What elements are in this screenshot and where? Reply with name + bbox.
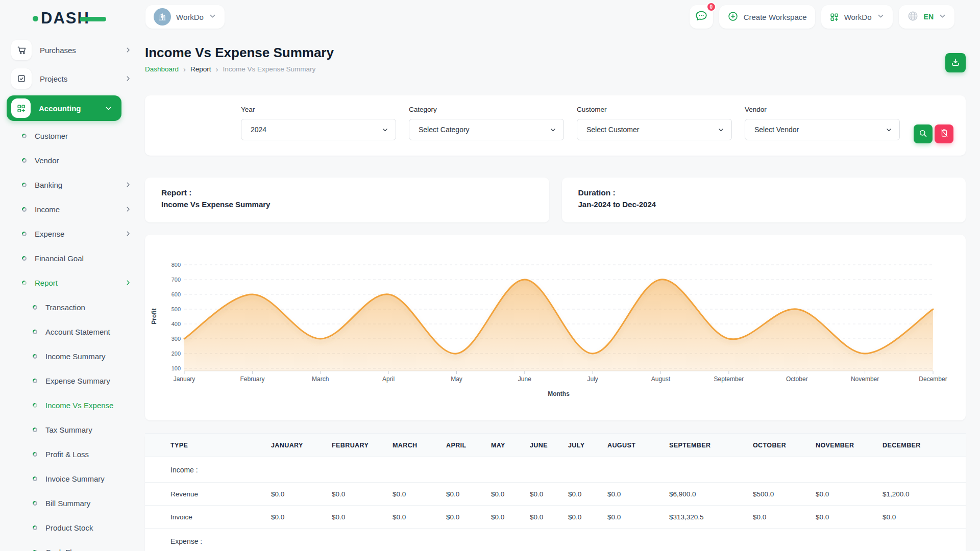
- filter-field-year: Year2024: [241, 106, 396, 140]
- download-button[interactable]: [945, 53, 966, 72]
- duration-card-value: Jan-2024 to Dec-2024: [578, 200, 950, 209]
- sidebar-item-banking[interactable]: Banking: [0, 172, 145, 197]
- search-button[interactable]: [914, 124, 933, 143]
- clipboard-slash-icon: [940, 129, 949, 139]
- svg-text:Profit: Profit: [151, 308, 158, 324]
- sidebar-item-cash-flow[interactable]: Cash Flow: [0, 540, 145, 551]
- svg-text:600: 600: [172, 291, 181, 297]
- sidebar-item-invoice-summary[interactable]: Invoice Summary: [0, 466, 145, 491]
- filter-field-customer: CustomerSelect Customer: [577, 106, 732, 140]
- globe-icon: [907, 10, 919, 23]
- section-label: Expense :: [145, 529, 966, 551]
- cell-value: $0.0: [332, 506, 393, 529]
- chevron-right-icon: [125, 279, 132, 286]
- breadcrumb-current: Income Vs Expense Summary: [223, 65, 316, 73]
- filter-field-category: CategorySelect Category: [409, 106, 564, 140]
- sidebar-item-projects[interactable]: Projects: [0, 67, 145, 90]
- column-header: MARCH: [393, 434, 446, 457]
- svg-text:June: June: [518, 375, 531, 383]
- bullet-icon: [32, 500, 38, 506]
- cell-value: $0.0: [753, 506, 816, 529]
- breadcrumb-separator: ›: [183, 65, 186, 73]
- cell-value: $0.0: [271, 506, 332, 529]
- sidebar: PurchasesProjectsAccountingCustomerVendo…: [0, 38, 145, 551]
- chevron-down-icon: [550, 127, 556, 133]
- workspace-name: WorkDo: [176, 13, 204, 21]
- grid-plus-icon: [829, 12, 839, 22]
- messages-button[interactable]: 0: [690, 5, 713, 29]
- report-card: Report : Income Vs Expense Summary: [145, 178, 549, 222]
- table-row: Invoice$0.0$0.0$0.0$0.0$0.0$0.0$0.0$0.0$…: [145, 506, 966, 529]
- sidebar-item-report[interactable]: Report: [0, 270, 145, 295]
- create-workspace-button[interactable]: Create Workspace: [719, 5, 815, 29]
- duration-card-title: Duration :: [578, 188, 950, 197]
- svg-text:400: 400: [172, 321, 181, 327]
- sidebar-item-bill-summary[interactable]: Bill Summary: [0, 491, 145, 515]
- row-label: Revenue: [145, 483, 271, 506]
- cell-value: $0.0: [393, 483, 446, 506]
- report-card-title: Report :: [161, 188, 533, 197]
- category-select[interactable]: Select Category: [409, 119, 564, 140]
- report-table: TYPEJANUARYFEBRUARYMARCHAPRILMAYJUNEJULY…: [145, 433, 966, 551]
- category-label: Category: [409, 106, 564, 113]
- breadcrumb-link-report[interactable]: Report: [190, 65, 211, 73]
- svg-text:July: July: [587, 375, 598, 383]
- sidebar-item-account-statement[interactable]: Account Statement: [0, 319, 145, 344]
- language-selector[interactable]: EN: [899, 5, 954, 29]
- section-label: Income :: [145, 457, 966, 483]
- breadcrumb-link-dashboard[interactable]: Dashboard: [145, 65, 179, 73]
- profit-area-chart: 100200300400500600700800JanuaryFebruaryM…: [145, 235, 966, 420]
- cell-value: $0.0: [607, 483, 669, 506]
- chevron-down-icon: [718, 127, 724, 133]
- sidebar-item-tax-summary[interactable]: Tax Summary: [0, 417, 145, 442]
- svg-text:300: 300: [172, 336, 181, 342]
- sidebar-item-income-summary[interactable]: Income Summary: [0, 344, 145, 368]
- year-select[interactable]: 2024: [241, 119, 396, 140]
- sidebar-item-vendor[interactable]: Vendor: [0, 148, 145, 172]
- table-row: Revenue$0.0$0.0$0.0$0.0$0.0$0.0$0.0$0.0$…: [145, 483, 966, 506]
- bullet-icon: [21, 133, 27, 139]
- chat-bubble-icon: [695, 9, 708, 24]
- cell-value: $0.0: [271, 483, 332, 506]
- sidebar-item-financial-goal[interactable]: Financial Goal: [0, 246, 145, 270]
- chevron-right-icon: [125, 206, 132, 213]
- breadcrumb-separator: ›: [216, 65, 218, 73]
- bullet-icon: [21, 182, 27, 188]
- vendor-select[interactable]: Select Vendor: [745, 119, 900, 140]
- sidebar-item-expense-summary[interactable]: Expense Summary: [0, 368, 145, 393]
- workspace-menu-button[interactable]: WorkDo: [821, 5, 893, 29]
- brand-logo: DASH: [33, 8, 106, 29]
- workspace-switcher[interactable]: WorkDo: [145, 5, 225, 29]
- sidebar-item-customer[interactable]: Customer: [0, 123, 145, 148]
- customer-select[interactable]: Select Customer: [577, 119, 732, 140]
- topbar-right: 0 Create Workspace WorkDo EN: [690, 5, 954, 29]
- sidebar-item-product-stock[interactable]: Product Stock: [0, 515, 145, 540]
- cart-icon: [11, 40, 32, 60]
- sidebar-item-profit-loss[interactable]: Profit & Loss: [0, 442, 145, 466]
- main-content: Income Vs Expense Summary Dashboard › Re…: [145, 44, 966, 551]
- cell-value: $313,320.5: [669, 506, 753, 529]
- chevron-down-icon: [382, 127, 388, 133]
- sidebar-item-accounting[interactable]: Accounting: [7, 95, 121, 121]
- cell-value: $0.0: [332, 483, 393, 506]
- chevron-down-icon: [886, 127, 892, 133]
- sidebar-item-purchases[interactable]: Purchases: [0, 38, 145, 62]
- bullet-icon: [32, 305, 38, 310]
- sidebar-item-expense[interactable]: Expense: [0, 221, 145, 246]
- bullet-icon: [32, 452, 38, 457]
- breadcrumb: Dashboard › Report › Income Vs Expense S…: [145, 65, 966, 73]
- duration-card: Duration : Jan-2024 to Dec-2024: [562, 178, 966, 222]
- sidebar-item-income[interactable]: Income: [0, 197, 145, 221]
- filter-field-vendor: VendorSelect Vendor: [745, 106, 900, 140]
- check-square-icon: [11, 68, 32, 89]
- cell-value: $0.0: [530, 506, 568, 529]
- reset-button[interactable]: [935, 124, 953, 143]
- svg-text:October: October: [786, 375, 808, 383]
- sidebar-item-income-vs-expense[interactable]: Income Vs Expense: [0, 393, 145, 417]
- svg-text:September: September: [714, 375, 744, 383]
- cell-value: $0.0: [883, 506, 966, 529]
- sidebar-item-transaction[interactable]: Transaction: [0, 295, 145, 319]
- table-section-row: Expense :: [145, 529, 966, 551]
- cell-value: $1,200.0: [883, 483, 966, 506]
- cell-value: $500.0: [753, 483, 816, 506]
